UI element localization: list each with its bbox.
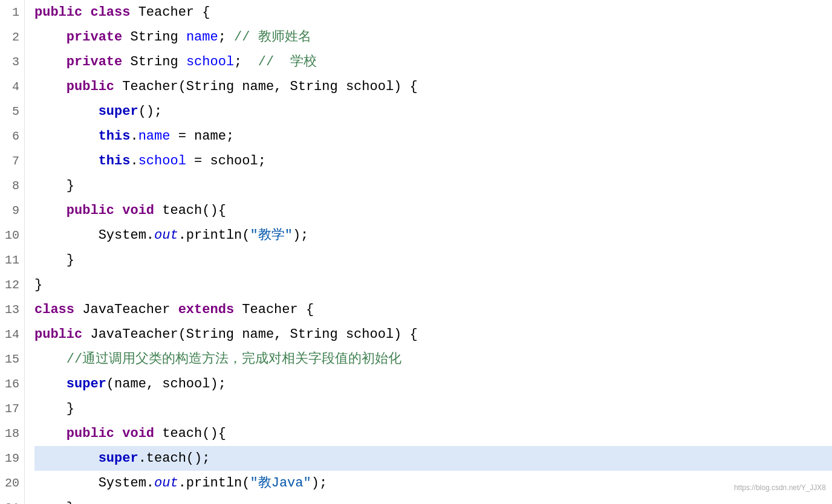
token-string-2: String	[130, 25, 186, 50]
token-string-10: "教学"	[250, 223, 293, 248]
token-indent-10	[34, 223, 99, 248]
line-num-19: 19	[5, 446, 19, 471]
code-line-11: }	[34, 248, 832, 273]
line-num-15: 15	[5, 347, 19, 372]
token-public-4: public	[67, 74, 122, 99]
token-assign-6: = name;	[170, 124, 234, 149]
token-super-19: super	[99, 446, 138, 471]
token-teacher-13: Teacher {	[242, 297, 314, 322]
code-line-5: super();	[34, 99, 832, 124]
code-line-1: public class Teacher {	[34, 0, 832, 25]
code-container: 1 2 3 4 5 6 7 8 9 10 11 12 13 14 15 16 1…	[0, 0, 832, 504]
token-indent-17	[34, 396, 67, 421]
line-num-18: 18	[5, 421, 19, 446]
line-num-3: 3	[5, 50, 19, 74]
token-comment-2: // 教师姓名	[234, 25, 311, 50]
code-line-15: //通过调用父类的构造方法，完成对相关字段值的初始化	[34, 347, 832, 372]
line-num-21: 21	[5, 496, 19, 504]
token-superteach-19: .teach();	[138, 446, 210, 471]
line-num-5: 5	[5, 99, 19, 124]
token-teacher-1: Teacher {	[138, 0, 210, 25]
token-println-10: .println(	[178, 223, 250, 248]
token-comment-15: //通过调用父类的构造方法，完成对相关字段值的初始化	[67, 347, 401, 372]
token-string-3: String	[130, 50, 186, 74]
token-indent-11	[34, 248, 67, 273]
token-println-20: .println(	[178, 471, 250, 496]
line-num-13: 13	[5, 297, 19, 322]
token-semi-3: ;	[234, 50, 258, 74]
token-indent-4	[34, 74, 67, 99]
token-out-20: out	[154, 471, 178, 496]
token-indent-7	[34, 149, 99, 173]
code-line-13: class JavaTeacher extends Teacher {	[34, 297, 832, 322]
code-line-6: this.name = name;	[34, 124, 832, 149]
token-school-3: school	[186, 50, 234, 74]
line-num-17: 17	[5, 396, 19, 421]
line-num-8: 8	[5, 173, 19, 198]
token-indent-18	[34, 421, 67, 446]
token-public-1: public	[34, 0, 90, 25]
token-indent-20	[34, 471, 99, 496]
code-line-12: }	[34, 273, 832, 297]
token-brace-12: }	[34, 273, 42, 297]
token-system-20: System.	[99, 471, 154, 496]
token-semi-2: ;	[218, 25, 234, 50]
token-void-9: void	[122, 198, 162, 223]
token-brace-8: }	[67, 173, 74, 198]
token-public-14: public	[34, 322, 90, 347]
token-name-6: name	[138, 124, 171, 149]
token-dot-6: .	[130, 124, 138, 149]
code-line-7: this.school = school;	[34, 149, 832, 173]
token-teacherconstructor-4: Teacher(String name, String school) {	[122, 74, 417, 99]
line-num-2: 2	[5, 25, 19, 50]
token-indent-6	[34, 124, 99, 149]
token-string-20: "教Java"	[250, 471, 311, 496]
code-lines: public class Teacher { private String na…	[25, 0, 832, 504]
token-teach-9: teach(){	[162, 198, 226, 223]
code-line-10: System.out.println("教学");	[34, 223, 832, 248]
token-indent-5	[34, 99, 99, 124]
token-super-16: super	[67, 372, 106, 396]
token-public-9: public	[67, 198, 122, 223]
line-num-6: 6	[5, 124, 19, 149]
token-extends-13: extends	[178, 297, 242, 322]
token-comment-3: // 学校	[258, 50, 317, 74]
token-brace-11: }	[67, 248, 74, 273]
token-brace-21: }	[67, 496, 74, 504]
token-teach-18: teach(){	[162, 421, 226, 446]
code-line-17: }	[34, 396, 832, 421]
code-line-19: super.teach();	[34, 446, 832, 471]
token-this-6: this	[99, 124, 131, 149]
token-indent-9	[34, 198, 67, 223]
token-super-5: super	[99, 99, 138, 124]
token-paren-20: );	[311, 471, 327, 496]
line-num-1: 1	[5, 0, 19, 25]
code-line-18: public void teach(){	[34, 421, 832, 446]
token-indent-16	[34, 372, 67, 396]
token-school-7: school	[138, 149, 186, 173]
token-public-18: public	[67, 421, 122, 446]
token-class-13: class	[34, 297, 82, 322]
token-indent-19	[34, 446, 99, 471]
code-line-21: }	[34, 496, 832, 504]
token-void-18: void	[122, 421, 162, 446]
token-supercall-16: (name, school);	[106, 372, 226, 396]
token-super-paren-5: ();	[138, 99, 163, 124]
token-class-1: class	[90, 0, 138, 25]
token-name-2: name	[186, 25, 218, 50]
token-indent-21	[34, 496, 67, 504]
token-assign-7: = school;	[186, 149, 266, 173]
code-line-16: super(name, school);	[34, 372, 832, 396]
line-num-9: 9	[5, 198, 19, 223]
token-indent-2	[34, 25, 67, 50]
line-num-7: 7	[5, 149, 19, 173]
token-indent-3	[34, 50, 67, 74]
token-brace-17: }	[67, 396, 74, 421]
line-num-16: 16	[5, 372, 19, 396]
token-javateacher-13: JavaTeacher	[82, 297, 178, 322]
code-line-9: public void teach(){	[34, 198, 832, 223]
token-private-3: private	[67, 50, 131, 74]
line-numbers: 1 2 3 4 5 6 7 8 9 10 11 12 13 14 15 16 1…	[0, 0, 25, 504]
line-num-12: 12	[5, 273, 19, 297]
token-javateacherconstructor-14: JavaTeacher(String name, String school) …	[90, 322, 417, 347]
